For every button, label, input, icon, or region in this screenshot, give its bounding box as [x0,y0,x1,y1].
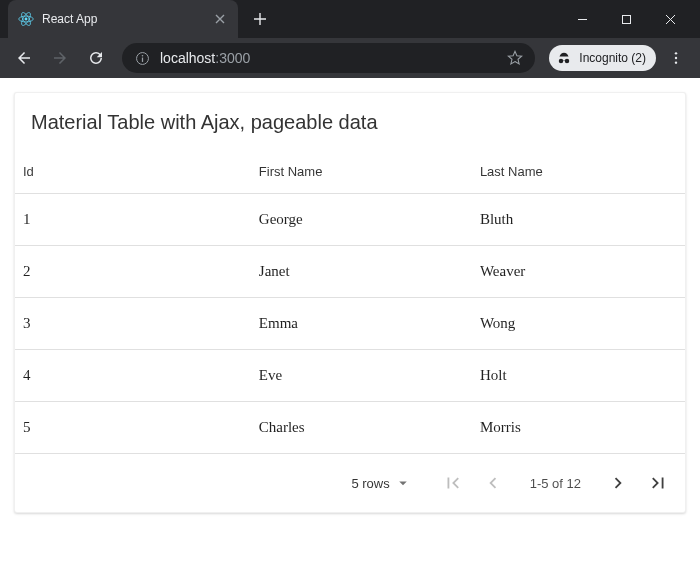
header-last-name[interactable]: Last Name [464,152,685,194]
tab-title: React App [42,12,204,26]
tab-close-icon[interactable] [212,11,228,27]
browser-chrome: React App [0,0,700,78]
table-row[interactable]: 3 Emma Wong [15,298,685,350]
svg-point-6 [141,54,143,56]
site-info-icon[interactable] [134,50,150,66]
table-row[interactable]: 1 George Bluth [15,194,685,246]
cell-first: Emma [243,298,464,350]
cell-last: Holt [464,350,685,402]
table-header-row: Id First Name Last Name [15,152,685,194]
header-first-name[interactable]: First Name [243,152,464,194]
page-content: Material Table with Ajax, pageable data … [0,78,700,527]
cell-id: 4 [15,350,243,402]
cell-last: Morris [464,402,685,454]
url-input[interactable]: localhost:3000 [122,43,535,73]
cell-last: Weaver [464,246,685,298]
address-bar: localhost:3000 Incognito (2) [0,38,700,78]
pagination-bar: 5 rows 1-5 of 12 [15,454,685,512]
previous-page-button[interactable] [476,466,510,500]
svg-point-8 [675,52,677,54]
bookmark-star-icon[interactable] [507,50,523,66]
cell-id: 3 [15,298,243,350]
incognito-badge[interactable]: Incognito (2) [549,45,656,71]
table-row[interactable]: 5 Charles Morris [15,402,685,454]
incognito-label: Incognito (2) [579,51,646,65]
forward-button[interactable] [44,42,76,74]
next-page-button[interactable] [601,466,635,500]
cell-first: Janet [243,246,464,298]
table-row[interactable]: 2 Janet Weaver [15,246,685,298]
cell-first: Charles [243,402,464,454]
svg-point-9 [675,57,677,59]
table-card: Material Table with Ajax, pageable data … [14,92,686,513]
browser-menu-button[interactable] [660,42,692,74]
window-controls [560,1,692,37]
last-page-button[interactable] [641,466,675,500]
svg-point-10 [675,61,677,63]
cell-id: 5 [15,402,243,454]
first-page-button[interactable] [436,466,470,500]
cell-id: 1 [15,194,243,246]
browser-tab[interactable]: React App [8,0,238,38]
cell-last: Bluth [464,194,685,246]
url-host: localhost [160,50,215,66]
svg-rect-4 [622,15,630,23]
window-minimize-button[interactable] [560,1,604,37]
reload-button[interactable] [80,42,112,74]
tab-bar: React App [0,0,700,38]
url-port: :3000 [215,50,250,66]
react-favicon-icon [18,11,34,27]
page-title: Material Table with Ajax, pageable data [15,93,685,152]
cell-id: 2 [15,246,243,298]
cell-first: George [243,194,464,246]
url-text: localhost:3000 [160,50,497,66]
new-tab-button[interactable] [246,5,274,33]
cell-first: Eve [243,350,464,402]
data-table: Id First Name Last Name 1 George Bluth 2… [15,152,685,454]
svg-rect-7 [141,57,142,61]
back-button[interactable] [8,42,40,74]
page-range-label: 1-5 of 12 [530,476,581,491]
table-row[interactable]: 4 Eve Holt [15,350,685,402]
svg-point-0 [25,18,28,21]
cell-last: Wong [464,298,685,350]
rows-per-page-select[interactable]: 5 rows [351,474,411,492]
header-id[interactable]: Id [15,152,243,194]
window-close-button[interactable] [648,1,692,37]
chevron-down-icon [394,474,412,492]
rows-label: 5 rows [351,476,389,491]
window-maximize-button[interactable] [604,1,648,37]
